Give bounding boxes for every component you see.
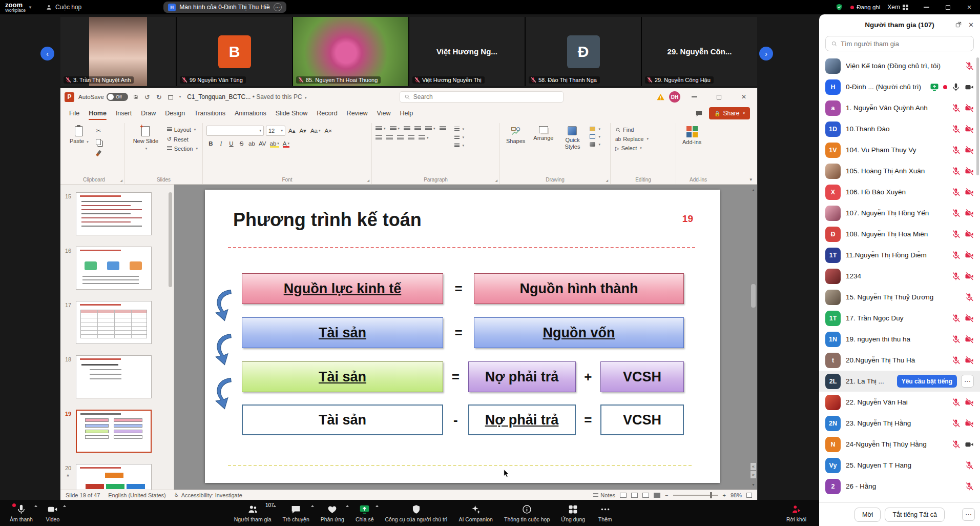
notes-button[interactable]: Notes (593, 492, 615, 498)
slideshow-button[interactable] (654, 493, 660, 498)
slide-scrollbar[interactable]: ▲ « » ▼ (750, 187, 756, 488)
highlight-color-button[interactable]: ab▾ (269, 139, 280, 148)
participant-row[interactable]: Viện Kế toán (Đồng chủ trì, tôi) (819, 55, 980, 76)
font-size-combo[interactable]: 12▾ (266, 126, 285, 136)
close-panel-icon[interactable]: ✕ (968, 21, 974, 29)
more-options-button[interactable]: ⋯ (962, 508, 975, 521)
italic-button[interactable]: I (217, 139, 225, 148)
equation-box[interactable]: VCSH (600, 404, 684, 435)
shape-effects-button[interactable]: ▾ (589, 141, 601, 147)
search-input[interactable] (413, 93, 559, 100)
zoom-in-button[interactable]: + (723, 492, 726, 498)
convert-smartart-button[interactable]: ▾ (453, 143, 466, 149)
video-tile[interactable]: Việt Hương Ng...Việt Hương Nguyễn Thị (409, 17, 525, 86)
menu-item-draw[interactable]: Draw (136, 107, 160, 119)
document-title[interactable]: C1_Tongquan_BCTC... • Saved to this PC ▾ (187, 93, 306, 100)
align-left-button[interactable] (376, 135, 382, 140)
distribute-button[interactable]: ▾ (419, 135, 429, 140)
toolbar-th-m[interactable]: Thêm (591, 500, 619, 526)
cut-button[interactable]: ✂ (94, 126, 103, 135)
align-center-button[interactable] (386, 135, 393, 140)
more-icon[interactable]: ⋯ (274, 3, 282, 11)
toolbar-ph-n-ng[interactable]: Phản ứng (315, 500, 350, 526)
slide-thumbnail[interactable] (76, 355, 152, 398)
ppt-close-button[interactable]: ✕ (734, 88, 754, 106)
start-slideshow-icon[interactable] (167, 93, 174, 101)
comments-icon[interactable] (695, 110, 703, 117)
layout-button[interactable]: Layout▾ (166, 126, 199, 133)
share-button[interactable]: 🔒Share▾ (709, 107, 750, 119)
line-spacing-button[interactable]: ▾ (425, 126, 435, 131)
underline-button[interactable]: U (227, 139, 236, 148)
participant-row[interactable]: X106. Hồ Bảo Xuyên (819, 181, 980, 203)
tab-shared-screen[interactable]: H Màn hình của 0-Đinh Thị Thu Hiề ⋯ (163, 2, 286, 13)
font-color-button[interactable]: A▾ (282, 139, 290, 148)
slide-thumbnail[interactable] (76, 410, 152, 453)
toolbar--ng-d-ng[interactable]: Ứng dụng (555, 500, 591, 526)
addins-button[interactable]: Add-ins (680, 124, 704, 175)
participant-row[interactable]: Vy25. Nguyen T T Hang (819, 455, 980, 476)
quick-access-caret-icon[interactable]: ▾ (179, 95, 181, 99)
slide-thumbnail[interactable] (76, 247, 152, 290)
video-tile[interactable]: 85. Nguyen Thi Hoai Thuong (293, 17, 408, 86)
toolbar-chia-s-[interactable]: Chia sẻ (350, 500, 380, 526)
columns-button[interactable] (440, 126, 446, 131)
menu-item-home[interactable]: Home (84, 107, 111, 119)
participant-row[interactable]: 1234 (819, 266, 980, 287)
dialog-launcher-icon[interactable]: ◢ (367, 178, 369, 182)
invite-button[interactable]: Mời (854, 508, 881, 522)
participant-row[interactable]: 15. Nguyễn Thị Thuỷ Dương (819, 287, 980, 308)
menu-item-file[interactable]: File (65, 107, 84, 119)
participant-row[interactable]: 2L21. La Thị ...Yêu cầu bật tiếng⋯ (819, 371, 980, 392)
equation-box[interactable]: Nợ phải trả (468, 361, 576, 392)
toolbar-c-ng-c-c-a-ng-i-ch-tr-[interactable]: Công cụ của người chủ trì (380, 500, 453, 526)
pop-out-icon[interactable] (955, 21, 962, 28)
equation-box[interactable]: Nguồn vốn (474, 317, 684, 348)
next-videos-button[interactable]: › (759, 47, 773, 60)
video-tile[interactable]: B99 Nguyễn Văn Tùng (177, 17, 292, 86)
slide-canvas[interactable]: Phương trình kế toán 19 Nguồn lực kinh t… (205, 190, 720, 483)
zoom-out-button[interactable]: − (665, 492, 668, 498)
next-slide-button[interactable]: » (750, 471, 756, 478)
participant-row[interactable]: 226 - Hằng (819, 476, 980, 497)
numbering-button[interactable]: ▾ (390, 126, 400, 131)
zoom-slider-thumb[interactable] (710, 492, 712, 498)
format-painter-button[interactable] (94, 149, 103, 158)
menu-item-review[interactable]: Review (342, 107, 372, 119)
menu-item-design[interactable]: Design (160, 107, 190, 119)
indent-decrease-button[interactable] (404, 126, 410, 131)
text-shadow-button[interactable]: ab (247, 139, 256, 148)
equation-box[interactable]: Tài sản (242, 404, 443, 435)
indent-increase-button[interactable] (414, 126, 421, 131)
dialog-launcher-icon[interactable]: ◢ (495, 178, 497, 182)
scrollbar-thumb[interactable] (751, 284, 756, 308)
previous-slide-button[interactable]: « (750, 463, 756, 470)
request-unmute-button[interactable]: Yêu cầu bật tiếng (897, 375, 957, 388)
close-button[interactable]: ✕ (958, 0, 980, 14)
participant-row[interactable]: t20.Nguyễn Thị Thu Hà (819, 350, 980, 371)
participants-scrollbar[interactable] (976, 57, 979, 175)
change-case-button[interactable]: Aa▾ (309, 126, 322, 135)
reading-view-button[interactable] (642, 493, 649, 498)
save-icon[interactable] (132, 93, 139, 100)
replace-button[interactable]: abReplace▾ (614, 135, 650, 143)
view-button[interactable]: Xem (887, 4, 908, 11)
video-tile[interactable]: 29. Nguyễn Côn...29. Nguyễn Công Hậu (642, 17, 757, 86)
menu-item-help[interactable]: Help (395, 107, 418, 119)
participant-row[interactable]: 1V104. Vu Pham Thuy Vy (819, 139, 980, 160)
maximize-button[interactable] (937, 0, 958, 14)
ppt-search-box[interactable] (400, 91, 564, 103)
participant-row[interactable]: 1D10.Thanh Đào (819, 118, 980, 139)
select-button[interactable]: ▷Select▾ (614, 145, 650, 152)
quick-styles-button[interactable]: Quick Styles (559, 124, 586, 175)
align-right-button[interactable] (397, 135, 404, 140)
menu-item-slide-show[interactable]: Slide Show (271, 107, 312, 119)
menu-item-view[interactable]: View (372, 107, 395, 119)
menu-item-transitions[interactable]: Transitions (190, 107, 230, 119)
justify-button[interactable] (408, 135, 414, 140)
shape-outline-button[interactable]: ▾ (589, 134, 601, 139)
participant-row[interactable]: 22. Nguyễn Văn Hai (819, 392, 980, 413)
paste-button[interactable]: Paste ▾ (67, 124, 91, 175)
language-indicator[interactable]: English (United States) (108, 492, 166, 498)
slide-sorter-button[interactable] (631, 493, 638, 498)
